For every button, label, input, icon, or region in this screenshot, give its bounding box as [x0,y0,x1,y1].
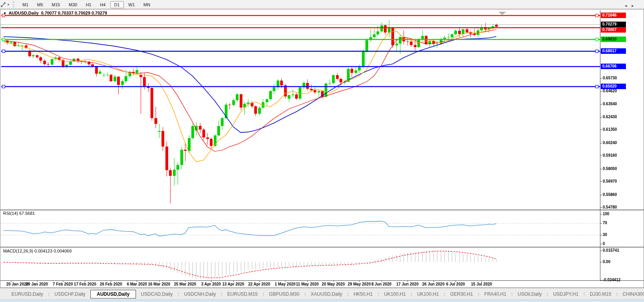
price-tick-label: 0.63540 [603,102,617,106]
price-badge: 0.66706 [601,64,626,69]
price-tick-label: 0.59160 [603,153,617,157]
price-badge: 0.70279 [601,22,626,27]
macd-tick-label: 0.015741 [603,248,619,253]
chart-menu-icon[interactable]: ▼ [3,11,7,15]
macd-tick-label: -0.024412 [603,278,620,282]
chart-ohlc-values: 0.70077 0.70337 0.70029 0.70279 [41,11,107,15]
price-tick-label: 0.55860 [603,192,617,197]
chart-tab-dj30-m15[interactable]: DJ30,M15 [585,290,616,298]
tab-scroll-left-icon[interactable]: ◂ [625,3,632,8]
timeframe-button-m1[interactable]: M1 [18,1,32,8]
timeframe-button-h1[interactable]: H1 [82,1,95,8]
chart-window: ▼AUDUSD,Daily 0.70077 0.70337 0.70029 0.… [0,9,644,288]
macd-indicator-label: MACD(12,26,9) 0.004123 0.004069 [3,249,72,253]
chart-tab-uk100-h1[interactable]: UK100,H1 [412,290,444,298]
tab-scroll-arrows: ◂▸ [625,3,638,8]
price-badge: 0.70007 [601,27,626,33]
timeframe-button-d1[interactable]: D1 [110,1,124,8]
chart-canvas[interactable] [0,9,644,287]
price-badge: 0.71046 [601,13,626,18]
chart-tab-eurusd-daily[interactable]: EURUSD,Daily [6,290,48,298]
top-toolbar: ▾ M1M5M15M30H1H4D1W1MN [0,0,644,9]
price-tick-label: 0.56970 [603,179,617,183]
timeframe-button-mn[interactable]: MN [139,1,154,8]
chart-tab-usdcnh-daily[interactable]: USDCNH,Daily [179,290,221,298]
timeframe-button-h4[interactable]: H4 [96,1,109,8]
rsi-tick-label: 0 [603,242,605,246]
date-axis-label: 15 Jul 2020 [465,282,498,286]
price-tick-label: 0.58050 [603,167,617,171]
timeframe-button-group: M1M5M15M30H1H4D1W1MN [18,1,154,8]
chart-symbol-label: AUDUSD,Daily [9,11,39,15]
price-tick-label: 0.60240 [603,141,617,145]
chart-tab-usoil-daily[interactable]: USOil,Daily [512,290,547,298]
bottom-status-strip [0,300,644,302]
chart-tab-hk50-h1[interactable]: HK50,H1 [349,290,378,298]
price-badge: 0.68017 [601,48,626,54]
price-tick-label: 0.61350 [603,127,617,132]
chart-tab-usdjpy-h1[interactable]: USDJPY,H1 [548,290,583,298]
chart-tab-usdchf-daily[interactable]: USDCHF,Daily [50,290,91,298]
chart-title: ▼AUDUSD,Daily 0.70077 0.70337 0.70029 0.… [3,11,107,15]
chart-tab-ger30-h1[interactable]: GER30,H1 [445,290,478,298]
timeframe-button-m30[interactable]: M30 [65,1,81,8]
chart-tab-china300-h4[interactable]: CHINA300,H4 [618,290,644,298]
tab-scroll-right-icon[interactable]: ▸ [631,3,638,8]
terminal-root: { "toolbar": { "timeframes": ["M1","M5",… [0,0,644,302]
chart-tab-fra40-h1[interactable]: FRA40,H1 [479,290,512,298]
timeframe-button-m15[interactable]: M15 [48,1,64,8]
rsi-tick-label: 100 [603,212,609,216]
rsi-indicator-label: RSI(14) 67.5681 [3,211,35,216]
price-tick-label: 0.62430 [603,115,617,119]
chart-tab-bar: EURUSD,Daily|USDCHF,DailyAUDUSD,DailyUSD… [0,288,644,300]
rsi-tick-label: 70 [603,221,607,225]
chevron-down-icon[interactable]: ▾ [7,3,9,6]
chart-tab-audusd-daily[interactable]: AUDUSD,Daily [90,290,136,298]
drawing-tool-icon[interactable] [1,2,7,7]
chart-tab-usdcad-daily[interactable]: USDCAD,Daily [136,290,178,298]
chart-tab-xauusd-daily[interactable]: XAUUSD,Daily [306,290,347,298]
chart-tab-gbpusd-m30[interactable]: GBPUSD,M30 [264,290,305,298]
chart-tab-eurusd-m15[interactable]: EURUSD,M15 [222,290,262,298]
rsi-tick-label: 30 [603,232,607,237]
chart-tab-uk100-h1[interactable]: UK100,H1 [379,290,411,298]
price-tick-label: 0.54780 [603,205,617,209]
timeframe-button-m5[interactable]: M5 [33,1,47,8]
macd-tick-label: 0.00 [603,260,610,264]
price-badge: 0.69010 [601,37,626,42]
price-tick-label: 0.65730 [603,76,617,80]
price-badge: 0.65020 [601,84,626,89]
timeframe-button-w1[interactable]: W1 [125,1,139,8]
toolbar-grip-handle[interactable] [13,1,16,7]
price-tick-label: 0.64620 [603,89,617,93]
